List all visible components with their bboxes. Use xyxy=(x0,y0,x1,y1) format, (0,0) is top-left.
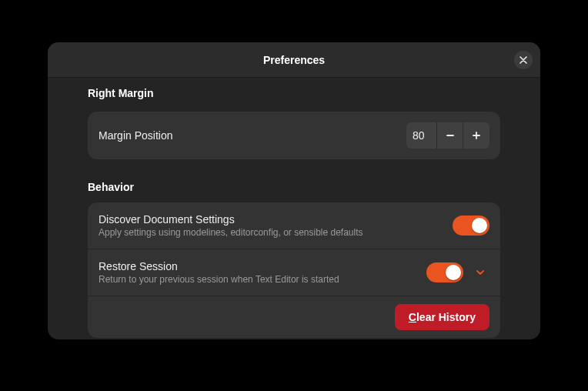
margin-position-label: Margin Position xyxy=(99,129,406,142)
preferences-window: Preferences Right Margin Margin Position xyxy=(48,42,540,339)
discover-settings-switch[interactable] xyxy=(453,216,489,236)
restore-session-switch[interactable] xyxy=(426,262,463,282)
close-button[interactable] xyxy=(514,51,533,69)
behavior-heading: Behavior xyxy=(88,181,500,193)
titlebar: Preferences xyxy=(48,42,540,78)
right-margin-heading: Right Margin xyxy=(88,87,500,99)
restore-session-row: Restore Session Return to your previous … xyxy=(88,249,500,296)
margin-position-decrement[interactable] xyxy=(437,122,463,149)
clear-history-rest: lear History xyxy=(416,311,476,323)
right-margin-group: Margin Position xyxy=(88,112,500,159)
discover-settings-title: Discover Document Settings xyxy=(99,213,453,226)
margin-position-input[interactable] xyxy=(406,122,437,149)
clear-history-mnemonic: C xyxy=(409,311,416,323)
window-title: Preferences xyxy=(263,54,325,66)
preferences-body: Right Margin Margin Position Behavior xyxy=(48,78,540,339)
switch-knob xyxy=(446,265,461,280)
margin-position-increment[interactable] xyxy=(463,122,489,149)
discover-settings-row: Discover Document Settings Apply setting… xyxy=(88,202,500,249)
clear-history-button[interactable]: Clear History xyxy=(395,304,489,330)
chevron-down-icon xyxy=(475,267,486,278)
margin-position-spinbutton xyxy=(406,122,489,149)
switch-knob xyxy=(472,218,487,233)
restore-session-expander[interactable] xyxy=(471,263,489,282)
behavior-group: Discover Document Settings Apply setting… xyxy=(88,202,500,338)
close-icon xyxy=(520,56,527,64)
plus-icon xyxy=(472,131,481,140)
clear-history-row: Clear History xyxy=(88,296,500,338)
discover-settings-subtitle: Apply settings using modelines, editorco… xyxy=(99,227,453,238)
restore-session-subtitle: Return to your previous session when Tex… xyxy=(99,274,426,285)
restore-session-title: Restore Session xyxy=(99,260,426,272)
minus-icon xyxy=(446,131,455,140)
margin-position-row: Margin Position xyxy=(88,112,500,159)
